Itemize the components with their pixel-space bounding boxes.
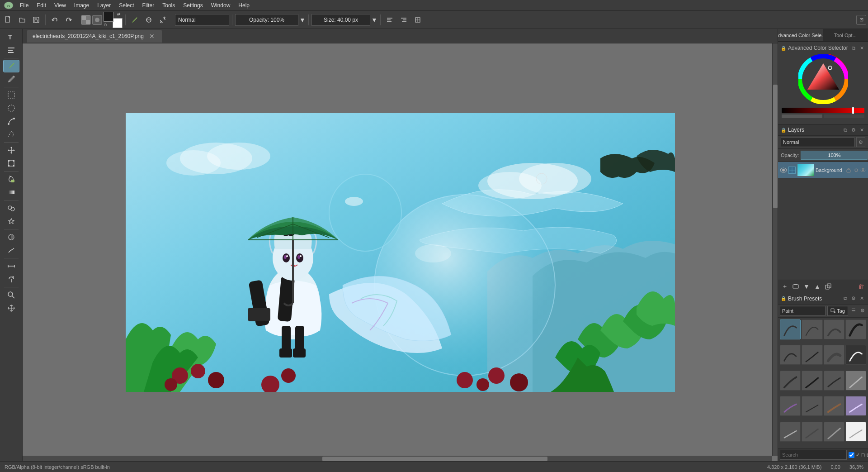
brush-tool-btn[interactable]: [128, 14, 141, 26]
tool-align[interactable]: [3, 44, 19, 57]
brush-item-12[interactable]: [845, 371, 866, 391]
tool-transform[interactable]: [3, 157, 19, 170]
add-layer-btn[interactable]: +: [780, 281, 790, 291]
menu-filter[interactable]: Filter: [139, 1, 158, 10]
brush-item-16[interactable]: [845, 396, 866, 416]
tool-clone[interactable]: [3, 202, 19, 215]
tool-pan[interactable]: [3, 302, 19, 315]
menu-window[interactable]: Window: [208, 1, 234, 10]
color-panel-close-btn[interactable]: ✕: [858, 44, 865, 52]
layers-panel-float-btn[interactable]: ⧉: [842, 126, 849, 133]
layer-groups-btn[interactable]: [791, 281, 801, 291]
brush-item-10[interactable]: [802, 371, 822, 391]
brush-category-select[interactable]: Paint: [780, 306, 826, 316]
vertical-scrollbar-thumb[interactable]: [773, 85, 778, 208]
menu-edit[interactable]: Edit: [33, 1, 50, 10]
brush-item-6[interactable]: [802, 345, 822, 365]
brush-panel-config-btn[interactable]: ⚙: [850, 295, 857, 302]
horizontal-scrollbar[interactable]: [23, 456, 772, 461]
bg-color-swatch[interactable]: [113, 18, 123, 28]
menu-layer[interactable]: Layer: [94, 1, 114, 10]
vertical-scrollbar[interactable]: [772, 43, 778, 456]
menu-image[interactable]: Image: [71, 1, 93, 10]
layer-mode-config-btn[interactable]: ⚙: [856, 137, 865, 147]
brush-config-btn[interactable]: ⚙: [859, 307, 866, 315]
reset-colors-icon[interactable]: ⊙: [104, 23, 109, 28]
brush-item-9[interactable]: [780, 371, 801, 391]
open-button[interactable]: [16, 14, 28, 26]
layer-eye-icon[interactable]: [860, 167, 866, 173]
tool-pencil[interactable]: [3, 73, 19, 86]
menu-settings[interactable]: Settings: [179, 1, 206, 10]
layer-blend-mode-select[interactable]: Normal: [781, 137, 854, 147]
tool-heal[interactable]: [3, 215, 19, 228]
brush-item-18[interactable]: [802, 422, 822, 442]
tool-brush[interactable]: [3, 60, 19, 72]
align-right-btn[interactable]: [397, 14, 410, 26]
brush-item-13[interactable]: [780, 396, 801, 416]
menu-tools[interactable]: Tools: [159, 1, 179, 10]
color-slider-1[interactable]: [782, 108, 864, 113]
maximize-btn[interactable]: ⊡: [856, 15, 866, 25]
transform-btn[interactable]: [411, 14, 424, 26]
tool-rotate-measure[interactable]: [3, 273, 19, 286]
layer-row[interactable]: Background: [778, 162, 868, 178]
tab-color-selector[interactable]: Advanced Color Sele...: [778, 29, 823, 41]
fg-color-swatch[interactable]: [104, 12, 113, 22]
layers-panel-config-btn[interactable]: ⚙: [850, 126, 857, 133]
layer-opacity-input[interactable]: [801, 151, 868, 160]
move-layer-up-btn[interactable]: ▲: [812, 281, 822, 291]
brush-item-17[interactable]: [780, 422, 801, 442]
tool-zoom[interactable]: [3, 289, 19, 301]
brush-item-3[interactable]: [824, 319, 844, 339]
color-wheel[interactable]: [798, 54, 848, 104]
tool-fill[interactable]: [3, 173, 19, 186]
brush-panel-close-btn[interactable]: ✕: [858, 295, 865, 302]
brush-item-15[interactable]: [824, 396, 844, 416]
brush-item-20[interactable]: [845, 422, 866, 442]
tag-filter-btn[interactable]: Tag: [827, 306, 848, 316]
undo-button[interactable]: [48, 14, 61, 26]
redo-button[interactable]: [62, 14, 75, 26]
menu-file[interactable]: File: [16, 1, 32, 10]
save-button[interactable]: [30, 14, 42, 26]
swap-colors-icon[interactable]: ⇄: [117, 12, 123, 17]
canvas-viewport[interactable]: Tyson Tan: [23, 43, 778, 461]
brush-search-input[interactable]: [780, 450, 847, 460]
brush-item-1[interactable]: [780, 319, 801, 339]
layer-visibility-toggle[interactable]: [780, 167, 787, 174]
tool-move[interactable]: [3, 144, 19, 157]
align-left-btn[interactable]: [383, 14, 396, 26]
opacity-down-btn[interactable]: ▼: [299, 14, 306, 26]
opacity-input[interactable]: [235, 14, 298, 26]
brush-list-view-btn[interactable]: ☰: [850, 307, 857, 315]
filter-in-tag-checkbox[interactable]: ✓ Filter in Tag: [849, 452, 868, 458]
tool-freehand[interactable]: [3, 128, 19, 141]
blend-mode-select[interactable]: Normal Multiply Screen Overlay: [175, 14, 229, 26]
brush-item-19[interactable]: [824, 422, 844, 442]
brush-item-11[interactable]: [824, 371, 844, 391]
brush-style-btn[interactable]: [92, 15, 102, 25]
tool-dodge-burn[interactable]: [3, 231, 19, 243]
layers-panel-close-btn[interactable]: ✕: [858, 126, 865, 133]
brush-panel-float-btn[interactable]: ⧉: [842, 295, 849, 302]
pattern-btn[interactable]: [81, 15, 91, 25]
canvas-close-button[interactable]: ✕: [147, 32, 156, 41]
brush-item-14[interactable]: [802, 396, 822, 416]
brush-item-4[interactable]: [845, 319, 866, 339]
filter-tag-check[interactable]: [849, 452, 854, 458]
size-down-btn[interactable]: ▼: [371, 14, 377, 26]
tool-measure[interactable]: [3, 260, 19, 272]
menu-select[interactable]: Select: [115, 1, 137, 10]
brush-item-7[interactable]: [824, 345, 844, 365]
tab-tool-options[interactable]: Tool Opt...: [823, 29, 868, 41]
tool-smudge[interactable]: [3, 244, 19, 257]
menu-view[interactable]: View: [51, 1, 70, 10]
size-input[interactable]: [311, 14, 370, 26]
brush-item-5[interactable]: [780, 345, 801, 365]
tool-ellipse-select[interactable]: [3, 102, 19, 114]
erase-btn[interactable]: [142, 14, 155, 26]
canvas-tab[interactable]: electrichearts_20201224A_kiki_c1_2160P.p…: [27, 30, 162, 43]
delete-layer-btn[interactable]: 🗑: [856, 281, 866, 291]
tool-text[interactable]: T: [3, 31, 19, 43]
